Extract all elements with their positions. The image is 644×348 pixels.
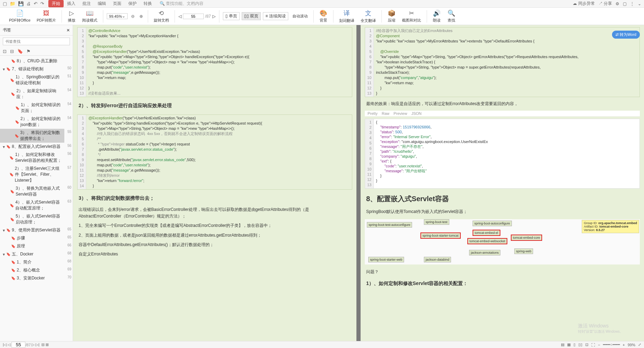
page-right: 12345678910111213 //给容器中加入我们自己定义的ErrorAt… xyxy=(361,25,644,341)
expand-icon[interactable]: ⤢ xyxy=(638,342,641,347)
bookmark-add-icon[interactable]: 🔖 xyxy=(17,49,23,54)
document-viewport[interactable]: 12345678910111213 @ControllerAdvice"kw">… xyxy=(73,25,644,341)
zoom-out-icon[interactable]: − xyxy=(598,343,600,347)
bookmark-search-input[interactable] xyxy=(3,38,70,45)
undo-icon[interactable]: ↶ xyxy=(34,1,38,6)
auto-scroll-button[interactable]: 自动滚动 xyxy=(290,13,310,19)
first-page-icon[interactable]: |◁ xyxy=(3,342,7,347)
status-zoom[interactable]: 99% xyxy=(628,343,635,347)
prev-page-icon[interactable]: ◁ xyxy=(8,342,10,347)
bookmark-item[interactable]: 🔖4）、嵌入式Servlet容器自动配置原理； xyxy=(0,198,64,212)
redo-icon[interactable]: ↷ xyxy=(40,1,44,6)
bookmark-item[interactable]: 🔖8）、CRUD-员工删除 xyxy=(0,57,64,65)
play-button[interactable]: ▷播放 xyxy=(65,9,78,24)
dep-box: spring-boot-test-autoconfigure xyxy=(367,222,412,228)
json-tab-pretty[interactable]: Pretty xyxy=(368,111,378,116)
full-translate-button[interactable]: 文全文翻译 xyxy=(359,8,378,24)
share-button[interactable]: ↗ 分享 xyxy=(598,1,612,7)
last-page-icon[interactable]: ▷| xyxy=(35,342,39,347)
view-mode-icon[interactable]: ▤ xyxy=(561,342,564,347)
home-icon[interactable]: ▢ xyxy=(3,1,7,6)
close-sidebar-icon[interactable]: ✕ xyxy=(66,28,70,33)
view-mode-icon[interactable]: ▦ xyxy=(567,342,571,347)
print-icon[interactable]: 🖨 xyxy=(26,1,31,6)
expand-icon[interactable]: ⊡ xyxy=(3,49,7,54)
single-page-button[interactable]: ▯ 单页 xyxy=(223,12,240,20)
tab-insert[interactable]: 插入 xyxy=(64,0,79,7)
bookmark-item[interactable]: 🔖1、简介 xyxy=(0,258,64,266)
pdf-to-image-button[interactable]: 🖼PDF转图片 xyxy=(35,9,58,24)
continuous-button[interactable]: ≡ 连续阅读 xyxy=(263,12,288,20)
tab-start[interactable]: 开始 xyxy=(48,0,64,7)
save-icon[interactable]: 💾 xyxy=(18,1,24,6)
bookmark-page-num: 50 xyxy=(64,65,73,71)
bookmark-item[interactable]: ▾🔖7、错误处理机制 xyxy=(0,65,64,73)
open-icon[interactable]: 📁 xyxy=(10,1,15,6)
bookmark-item[interactable]: 🔖原理 xyxy=(0,242,64,250)
next-page-icon[interactable]: ▷ xyxy=(212,14,216,19)
convert-to-word-button[interactable]: ⇄ 转为Word xyxy=(612,31,640,39)
zoom-in-icon[interactable]: ⊕ xyxy=(138,14,144,19)
zoom-level[interactable]: 99.45% ⌄ xyxy=(107,13,128,19)
view-mode-icon[interactable]: ⊡ xyxy=(585,342,588,347)
screenshot-button[interactable]: ✂截图和对比 xyxy=(400,9,423,24)
json-tab-raw[interactable]: Raw xyxy=(382,111,389,116)
pdf-to-office-button[interactable]: 📄PDF转Office xyxy=(7,9,33,24)
bookmark-item[interactable]: 🔖步骤 xyxy=(0,234,64,242)
bookmark-item[interactable]: 🔖2）、注册Servlet三大组件【Servlet、Filter、Listene… xyxy=(0,165,64,184)
tab-convert[interactable]: 转换 xyxy=(140,0,155,7)
bookmark-item[interactable]: ▾🔖8、配置嵌入式Servlet容器 xyxy=(0,143,64,151)
bookmark-item[interactable]: 🔖5）、嵌入式Servlet容器启动原理； xyxy=(0,212,64,226)
zoom-in-icon[interactable]: + xyxy=(623,343,625,347)
search-hint[interactable]: 🔍 查找功能、文档内容 xyxy=(160,1,203,7)
sync-status[interactable]: ☁ 同步异常 xyxy=(573,1,595,7)
prev-page-icon[interactable]: ◁ xyxy=(178,14,182,19)
bookmark-item[interactable]: ▾🔖五、Docker xyxy=(0,250,64,258)
tab-comment[interactable]: 批注 xyxy=(79,0,94,7)
bookmark-item[interactable]: 🔖3）、替换为其他嵌入式Servlet容器 xyxy=(0,184,64,198)
status-page-total: /87 xyxy=(25,343,31,347)
word-translate-button[interactable]: 译划词翻译 xyxy=(337,8,356,24)
bookmark-item[interactable]: 🔖2）、如何定制错误的json数据； xyxy=(0,115,64,129)
background-button[interactable]: 🎨背景 xyxy=(317,9,330,24)
bookmark-item[interactable]: 🔖1）、SpringBoot默认的错误处理机制 xyxy=(0,73,64,87)
bookmark-item[interactable]: 🔖1）、如何定制错误的页面； xyxy=(0,101,64,115)
more-icon[interactable]: ⋮ xyxy=(630,1,634,6)
status-icon[interactable]: ⊟ xyxy=(41,342,45,347)
next-page-icon[interactable]: ▷ xyxy=(32,342,34,347)
json-tab-json[interactable]: JSON xyxy=(411,111,421,116)
bookmark-item[interactable]: ▾🔖9、使用外置的Servlet容器 xyxy=(0,226,64,234)
bookmark-flag-icon[interactable]: ⚑ xyxy=(26,49,31,54)
window-icon[interactable]: ▢ xyxy=(623,1,627,6)
bookmark-page-num: 56 xyxy=(64,151,73,157)
bookmark-tree[interactable]: 🔖8）、CRUD-员工删除▾🔖7、错误处理机制50🔖1）、SpringBoot默… xyxy=(0,56,73,341)
read-mode-button[interactable]: 📖阅读模式 xyxy=(80,9,99,24)
bookmark-item[interactable]: 🔖3、安装Docker xyxy=(0,274,64,282)
rotate-button[interactable]: ⟲旋转文档 xyxy=(152,9,171,24)
page-input[interactable] xyxy=(183,14,204,19)
find-button[interactable]: 🔍查找 xyxy=(445,9,458,24)
double-page-button[interactable]: ▯▯ 双页 xyxy=(242,12,261,20)
tab-page[interactable]: 页面 xyxy=(110,0,125,7)
zoom-out-icon[interactable]: ⊖ xyxy=(130,14,136,19)
bookmark-page-num: 65 xyxy=(64,234,73,240)
bookmark-item[interactable]: 🔖3）、将我们的定制数据携带出去； xyxy=(0,129,64,143)
read-aloud-button[interactable]: 🔊朗读 xyxy=(430,9,443,24)
tab-edit[interactable]: 编辑 xyxy=(94,0,110,7)
collapse-icon[interactable]: ⊟ xyxy=(10,49,14,54)
fullscreen-icon[interactable]: ⛶ xyxy=(591,343,595,347)
view-mode-icon[interactable]: ▯ xyxy=(573,342,575,347)
compress-button[interactable]: 📦压缩 xyxy=(385,9,398,24)
bookmark-page-num: 65 xyxy=(64,226,73,232)
status-page-input[interactable] xyxy=(11,342,25,348)
bookmark-item[interactable]: 🔖2、核心概念 xyxy=(0,266,64,274)
dropdown-icon[interactable]: ⌄ xyxy=(638,1,641,6)
settings-icon[interactable]: ⚙ xyxy=(615,1,619,6)
tab-protect[interactable]: 保护 xyxy=(125,0,140,7)
bookmark-item[interactable]: 🔖2）、如果定制错误响应： xyxy=(0,87,64,101)
bookmark-item[interactable]: 🔖1）、如何定制和修改Servlet容器的相关配置； xyxy=(0,151,64,165)
bookmark-page-num: 54 xyxy=(64,101,73,107)
json-tab-preview[interactable]: Preview xyxy=(394,111,407,116)
status-icon[interactable]: ⊞ xyxy=(46,342,49,347)
view-mode-icon[interactable]: ▯▯ xyxy=(578,342,582,347)
